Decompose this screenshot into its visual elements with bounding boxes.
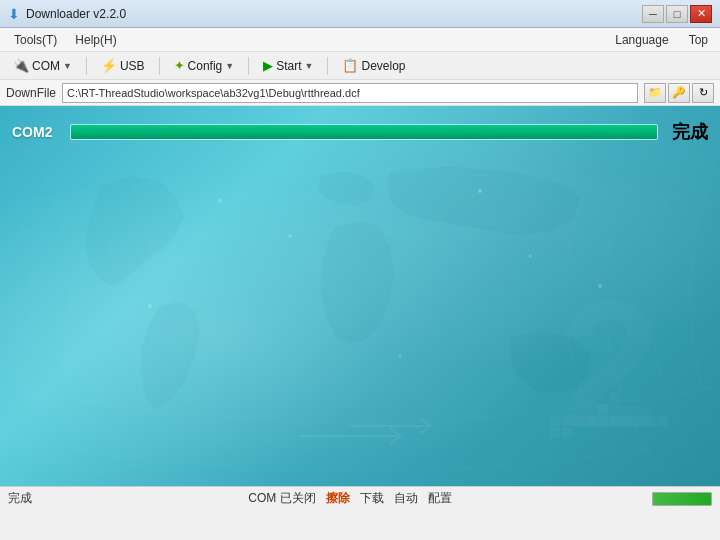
svg-rect-3 [574,416,584,426]
sep1 [86,57,87,75]
menu-tools[interactable]: Tools(T) [6,31,65,49]
svg-point-20 [399,355,402,358]
svg-rect-10 [610,416,620,426]
file-buttons: 📁 🔑 ↻ [644,83,714,103]
usb-icon: ⚡ [101,58,117,73]
status-com-closed: COM 已关闭 [248,490,315,507]
svg-point-16 [289,235,292,238]
usb-label: USB [120,59,145,73]
start-label: Start [276,59,301,73]
start-icon: ▶ [263,58,273,73]
start-arrow: ▼ [305,61,314,71]
status-done: 完成 [8,490,48,507]
app-icon: ⬇ [8,6,20,22]
com-button[interactable]: 🔌 COM ▼ [6,55,79,76]
svg-rect-9 [598,416,608,426]
maximize-button[interactable]: □ [666,5,688,23]
status-download: 下载 [360,490,384,507]
svg-rect-7 [598,404,608,414]
svg-point-18 [529,255,532,258]
status-bar: 完成 COM 已关闭 擦除 下载 自动 配置 [0,486,720,510]
config-icon: ✦ [174,58,185,73]
sep2 [159,57,160,75]
svg-rect-1 [550,416,560,426]
done-label: 完成 [668,120,708,144]
minimize-button[interactable]: ─ [642,5,664,23]
svg-rect-2 [562,416,572,426]
svg-text:2: 2 [560,263,660,464]
progress-bar-outer [70,124,658,140]
status-right [652,492,712,506]
toolbar: 🔌 COM ▼ ⚡ USB ✦ Config ▼ ▶ Start ▼ 📋 Dev… [0,52,720,80]
sep4 [327,57,328,75]
svg-rect-11 [622,416,632,426]
svg-point-21 [598,284,602,288]
file-browse-button[interactable]: 📁 [644,83,666,103]
status-progress-bar [652,492,712,506]
status-progress-fill [653,493,711,505]
svg-rect-8 [610,392,620,402]
menu-bar: Tools(T) Help(H) Language Top [0,28,720,52]
config-arrow: ▼ [225,61,234,71]
com-arrow: ▼ [63,61,72,71]
svg-point-19 [148,304,152,308]
decorative-svg: 2 [0,106,720,486]
menu-language[interactable]: Language [609,31,674,49]
com-label: COM [32,59,60,73]
file-path-text: C:\RT-ThreadStudio\workspace\ab32vg1\Deb… [67,87,360,99]
menu-help[interactable]: Help(H) [67,31,124,49]
menu-top[interactable]: Top [683,31,714,49]
svg-rect-12 [634,416,644,426]
status-auto: 自动 [394,490,418,507]
title-bar: ⬇ Downloader v2.2.0 ─ □ ✕ [0,0,720,28]
usb-button[interactable]: ⚡ USB [94,55,152,76]
svg-point-17 [478,189,482,193]
svg-rect-5 [562,428,572,438]
svg-rect-6 [586,416,596,426]
svg-point-15 [218,199,222,203]
status-mid: COM 已关闭 擦除 下载 自动 配置 [60,490,640,507]
progress-row: COM2 完成 [12,120,708,144]
svg-rect-13 [646,416,656,426]
develop-button[interactable]: 📋 Develop [335,55,412,76]
svg-rect-14 [658,416,668,426]
file-bar: DownFile C:\RT-ThreadStudio\workspace\ab… [0,80,720,106]
menu-left: Tools(T) Help(H) [6,31,125,49]
close-button[interactable]: ✕ [690,5,712,23]
config-button[interactable]: ✦ Config ▼ [167,55,242,76]
progress-bar-fill [71,125,657,139]
com2-label: COM2 [12,124,60,140]
develop-icon: 📋 [342,58,358,73]
menu-right: Language Top [609,31,714,49]
main-area: 2 [0,106,720,486]
status-erase: 擦除 [326,490,350,507]
app-title: Downloader v2.2.0 [26,7,642,21]
start-button[interactable]: ▶ Start ▼ [256,55,320,76]
develop-label: Develop [361,59,405,73]
file-refresh-button[interactable]: ↻ [692,83,714,103]
window-controls: ─ □ ✕ [642,5,712,23]
svg-rect-4 [550,428,560,438]
file-key-button[interactable]: 🔑 [668,83,690,103]
status-config: 配置 [428,490,452,507]
file-path-input[interactable]: C:\RT-ThreadStudio\workspace\ab32vg1\Deb… [62,83,638,103]
sep3 [248,57,249,75]
file-label: DownFile [6,86,56,100]
config-label: Config [188,59,223,73]
com-icon: 🔌 [13,58,29,73]
